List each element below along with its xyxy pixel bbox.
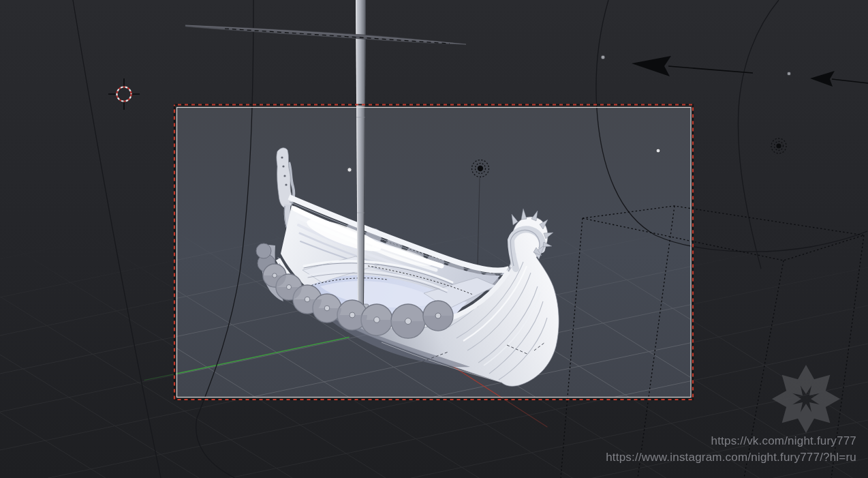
dot-empty — [787, 72, 791, 76]
viewport-scene[interactable] — [0, 0, 868, 478]
dot-empty — [601, 55, 605, 59]
watermark-vk-url: https://vk.com/night.fury777 — [711, 434, 856, 448]
blender-3d-viewport[interactable]: https://vk.com/night.fury777 https://www… — [0, 0, 868, 478]
dot-empty — [656, 149, 660, 153]
stern-shield — [256, 243, 271, 258]
dot-empty — [347, 168, 352, 172]
watermark-instagram-url: https://www.instagram.com/night.fury777/… — [606, 451, 856, 464]
